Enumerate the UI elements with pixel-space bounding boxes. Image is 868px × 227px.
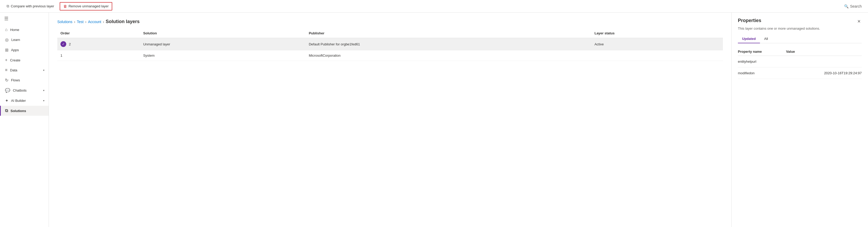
row-1-solution: System (140, 50, 306, 61)
ai-builder-chevron: ▾ (43, 99, 44, 102)
compare-label: Compare with previous layer (11, 4, 54, 8)
row-0-solution: Unmanaged layer (140, 38, 306, 50)
sidebar: ☰ ⌂Home◎Learn⊞Apps+Create≡Data▾↻Flows💬Ch… (0, 12, 49, 227)
solution-layers-table: Order Solution Publisher Layer status ✓2… (57, 29, 723, 61)
flows-icon: ↻ (5, 78, 8, 83)
chatbots-label: Chatbots (13, 88, 27, 92)
solutions-label: Solutions (10, 109, 26, 113)
breadcrumb-test[interactable]: Test (77, 20, 84, 24)
col-property-name: Property name (738, 47, 786, 56)
hamburger-menu[interactable]: ☰ (0, 12, 49, 25)
table-header-row: Order Solution Publisher Layer status (57, 29, 723, 38)
panel-subtitle: This layer contains one or more unmanage… (738, 27, 862, 31)
properties-panel: Properties ✕ This layer contains one or … (731, 12, 868, 227)
topbar: ⧉ Compare with previous layer 🗑 Remove u… (0, 0, 868, 12)
chatbots-icon: 💬 (5, 88, 10, 93)
sidebar-item-solutions[interactable]: ⧉Solutions (0, 106, 49, 116)
col-publisher: Publisher (306, 29, 591, 38)
prop-0-value (786, 56, 862, 68)
table-container: Order Solution Publisher Layer status ✓2… (49, 29, 731, 227)
row-0-publisher: Default Publisher for orgbe1fed61 (306, 38, 591, 50)
breadcrumb-sep-3: › (103, 20, 104, 24)
ai-builder-label: AI Builder (11, 99, 26, 103)
home-icon: ⌂ (5, 27, 8, 32)
compare-icon: ⧉ (7, 4, 9, 8)
sidebar-item-flows[interactable]: ↻Flows (0, 75, 49, 85)
search-area[interactable]: 🔍 Search (841, 3, 865, 10)
create-label: Create (10, 58, 20, 62)
table-row[interactable]: 1SystemMicrosoftCorporation (57, 50, 723, 61)
breadcrumb-solutions[interactable]: Solutions (57, 20, 72, 24)
table-row[interactable]: ✓2Unmanaged layerDefault Publisher for o… (57, 38, 723, 50)
sidebar-item-apps[interactable]: ⊞Apps (0, 45, 49, 55)
row-0-layer-status: Active (591, 38, 723, 50)
learn-icon: ◎ (5, 37, 9, 42)
chatbots-chevron: ▾ (43, 89, 44, 92)
row-1-order: 1 (57, 50, 140, 61)
create-icon: + (5, 58, 7, 63)
breadcrumb-sep-1: › (74, 20, 75, 24)
row-1-layer-status (591, 50, 723, 61)
properties-table: Property name Value entityhelpurlmodifie… (738, 47, 862, 79)
breadcrumb-account[interactable]: Account (88, 20, 101, 24)
panel-title: Properties (738, 18, 761, 23)
topbar-actions: ⧉ Compare with previous layer 🗑 Remove u… (3, 2, 839, 10)
panel-close-button[interactable]: ✕ (856, 18, 862, 25)
apps-label: Apps (11, 48, 19, 52)
tab-updated[interactable]: Updated (738, 35, 760, 43)
data-chevron: ▾ (43, 69, 44, 72)
apps-icon: ⊞ (5, 47, 8, 52)
prop-1-name: modifiedon (738, 68, 786, 79)
data-icon: ≡ (5, 68, 7, 72)
check-circle-icon: ✓ (60, 41, 66, 47)
flows-label: Flows (11, 78, 20, 82)
remove-label: Remove unmanaged layer (69, 4, 108, 8)
row-1-publisher: MicrosoftCorporation (306, 50, 591, 61)
props-header-row: Property name Value (738, 47, 862, 56)
home-label: Home (10, 28, 20, 32)
breadcrumb-sep-2: › (85, 20, 87, 24)
sidebar-item-data[interactable]: ≡Data▾ (0, 65, 49, 75)
col-solution: Solution (140, 29, 306, 38)
ai-builder-icon: ✦ (5, 98, 8, 103)
content-area: Solutions › Test › Account › Solution la… (49, 12, 731, 227)
panel-header: Properties ✕ (738, 18, 862, 25)
row-0-order: ✓2 (57, 38, 140, 50)
search-icon: 🔍 (844, 4, 848, 8)
prop-1-value: 2020-10-16T19:29:24:97 (786, 68, 862, 79)
col-layer-status: Layer status (591, 29, 723, 38)
main-layout: ☰ ⌂Home◎Learn⊞Apps+Create≡Data▾↻Flows💬Ch… (0, 12, 868, 227)
compare-button[interactable]: ⧉ Compare with previous layer (3, 2, 58, 10)
prop-0-name: entityhelpurl (738, 56, 786, 68)
data-label: Data (10, 68, 17, 72)
sidebar-item-learn[interactable]: ◎Learn (0, 35, 49, 45)
sidebar-item-ai-builder[interactable]: ✦AI Builder▾ (0, 96, 49, 106)
sidebar-item-chatbots[interactable]: 💬Chatbots▾ (0, 85, 49, 96)
sidebar-item-home[interactable]: ⌂Home (0, 25, 49, 35)
panel-tabs: UpdatedAll (738, 35, 862, 43)
props-row: entityhelpurl (738, 56, 862, 68)
breadcrumb-current: Solution layers (106, 19, 140, 25)
trash-icon: 🗑 (63, 4, 67, 8)
tab-all[interactable]: All (760, 35, 772, 43)
props-row: modifiedon2020-10-16T19:29:24:97 (738, 68, 862, 79)
search-label: Search (850, 4, 862, 8)
col-order: Order (57, 29, 140, 38)
learn-label: Learn (11, 38, 20, 42)
remove-unmanaged-button[interactable]: 🗑 Remove unmanaged layer (60, 2, 112, 10)
breadcrumb: Solutions › Test › Account › Solution la… (49, 12, 731, 29)
sidebar-item-create[interactable]: +Create (0, 55, 49, 65)
solutions-icon: ⧉ (5, 108, 8, 113)
col-value: Value (786, 47, 862, 56)
